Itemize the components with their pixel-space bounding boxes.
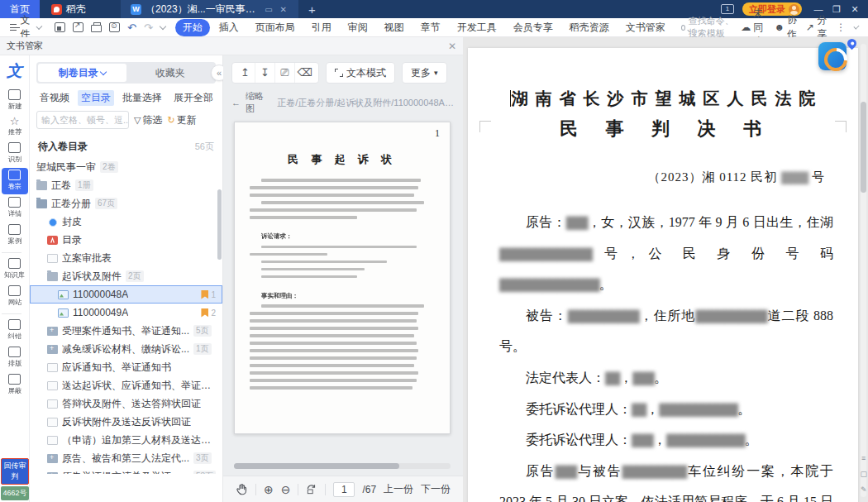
menu-开发工具[interactable]: 开发工具 — [450, 19, 504, 36]
tree-item[interactable]: 答辩状及附件、送达答辩状回证 — [30, 394, 222, 413]
rail-item-排版[interactable]: 排版 — [2, 345, 28, 371]
window-split-icon[interactable]: 1 — [721, 4, 734, 14]
rail-item-网站[interactable]: 网站 — [2, 284, 28, 310]
tree-item[interactable]: 原告举证提交清单及举证材...53页 — [30, 467, 222, 474]
menu-引用[interactable]: 引用 — [304, 19, 339, 36]
menu-文书管家[interactable]: 文书管家 — [618, 19, 673, 36]
download-icon[interactable]: ↧ — [255, 63, 275, 83]
assistant-icon[interactable] — [818, 42, 847, 70]
document-type-title: 民 事 判 决 书 — [499, 117, 833, 141]
assistant-widget[interactable] — [818, 42, 847, 70]
tree-item[interactable]: 应诉通知书、举证通知书 — [30, 358, 222, 376]
tree-item[interactable]: 目录 — [30, 231, 222, 249]
tab-document[interactable]: W （2023）湘...一审民事判决书 ▭ ✕ — [121, 0, 298, 18]
quick-link-音视频[interactable]: 音视频 — [36, 90, 73, 106]
print-icon[interactable]: ⎚ — [275, 63, 295, 83]
doc-icon — [47, 254, 58, 263]
tree-item[interactable]: 起诉状及附件2页 — [30, 267, 222, 285]
save-icon[interactable] — [55, 22, 65, 32]
update-button[interactable]: ↻更新 — [167, 113, 196, 127]
catalog-search-input[interactable]: 输入空格、顿号、逗... — [36, 111, 129, 129]
quick-link-展开全部[interactable]: 展开全部 — [170, 90, 217, 106]
tree-item[interactable]: 正卷1册 — [30, 176, 222, 194]
print-icon[interactable] — [91, 25, 102, 32]
tab-window-icon[interactable]: ▭ — [263, 5, 274, 14]
menu-会员专享[interactable]: 会员专享 — [506, 19, 560, 36]
scanned-page[interactable]: 1 民 事 起 诉 状 诉讼请求：事实和理由： — [234, 122, 451, 434]
scan-text-line — [250, 194, 414, 197]
menu-开始[interactable]: 开始 — [175, 19, 210, 36]
tab-docer[interactable]: 稻壳 — [40, 0, 98, 18]
tree-item[interactable]: 送达起诉状、应诉通知书、举证通... — [30, 376, 222, 394]
thumbnail-back-label[interactable]: 缩略图 — [246, 90, 272, 115]
menu-视图[interactable]: 视图 — [377, 19, 412, 36]
rail-item-屏蔽[interactable]: 屏蔽 — [2, 372, 28, 399]
rail-item-识别[interactable]: 识别 — [2, 141, 28, 167]
rail-item-详情[interactable]: 详情 — [2, 195, 28, 222]
rail-item-卷宗[interactable]: 卷宗 — [2, 168, 28, 194]
tree-item[interactable]: 反诉状附件及送达反诉状回证 — [30, 413, 222, 431]
rail-item-推荐[interactable]: ☆推荐 — [2, 115, 28, 140]
tree-item[interactable]: 原告、被告和第三人法定代...3页 — [30, 449, 222, 467]
tree-item[interactable]: 受理案件通知书、举证通知...5页 — [30, 322, 222, 340]
undo-icon[interactable]: ↶ — [127, 22, 136, 34]
zoom-out-icon[interactable]: ⊖ — [281, 484, 291, 495]
status-badge-case-number[interactable]: 4662号 — [1, 486, 29, 500]
tree-scrollbar[interactable] — [217, 189, 222, 260]
panel-close-icon[interactable]: ✕ — [448, 41, 456, 52]
next-file-button[interactable]: 下一份 — [421, 482, 451, 496]
document-page[interactable]: 湖南省长沙市望城区人民法院 民 事 判 决 书 （2023）湘 0112 民初 … — [468, 48, 858, 502]
tree-item[interactable]: 立案审批表 — [30, 249, 222, 267]
tab-favorites[interactable]: 收藏夹 — [126, 64, 215, 82]
tree-item[interactable]: 110000048A1 — [30, 285, 222, 304]
toolbar-expand-icon[interactable] — [160, 22, 166, 29]
filter-button[interactable]: ▽筛选 — [134, 113, 162, 127]
tool-icon[interactable]: ≡ — [861, 454, 866, 462]
upload-icon[interactable]: ↥ — [236, 63, 255, 83]
rail-item-label: 知识库 — [4, 270, 25, 280]
menu-插入[interactable]: 插入 — [212, 19, 246, 36]
tree-item[interactable]: 110000049A2 — [30, 304, 222, 322]
text-mode-button[interactable]: 文本模式 — [326, 62, 395, 84]
zoom-in-icon[interactable]: ⊕ — [264, 484, 274, 495]
tool-icon[interactable]: ✎ — [861, 485, 867, 494]
more-options-icon[interactable]: ⋮ — [836, 22, 846, 33]
pan-hand-icon[interactable] — [236, 483, 248, 495]
redacted-text: █████████ — [622, 466, 687, 478]
document-vscrollbar[interactable] — [861, 44, 866, 497]
menu-稻壳资源[interactable]: 稻壳资源 — [562, 19, 617, 36]
preview-hscrollbar[interactable] — [234, 463, 451, 469]
menu-审阅[interactable]: 审阅 — [341, 19, 375, 36]
rail-item-纠错[interactable]: 纠错 — [2, 318, 28, 344]
menu-页面布局[interactable]: 页面布局 — [248, 19, 303, 36]
more-button[interactable]: 更多▾ — [402, 62, 447, 84]
print-preview-icon[interactable] — [109, 22, 120, 32]
scan-text-line — [250, 186, 418, 189]
tree-item[interactable]: （申请）追加第三人材料及送达回证 — [30, 431, 222, 449]
tree-item[interactable]: 减免缓诉讼材料、缴纳诉讼...1页 — [30, 340, 222, 358]
rail-item-案例[interactable]: 案例 — [2, 222, 28, 249]
new-tab-button[interactable]: + — [298, 0, 326, 18]
back-arrow-icon[interactable]: ← — [231, 98, 241, 108]
quick-link-批量选择[interactable]: 批量选择 — [119, 90, 165, 106]
prev-file-button[interactable]: 上一份 — [384, 482, 413, 496]
tree-item[interactable]: 封皮 — [30, 213, 222, 231]
delete-icon[interactable]: ⌫ — [295, 63, 315, 83]
quick-link-空目录[interactable]: 空目录 — [78, 90, 114, 106]
tab-close-icon[interactable]: ✕ — [279, 5, 289, 14]
tree-item-label: 望城民事一审 — [36, 160, 96, 175]
tree-item[interactable]: 正卷分册67页 — [30, 194, 222, 213]
tree-item[interactable]: 望城民事一审2卷 — [30, 158, 222, 176]
status-badge-case-return[interactable]: 回传审判 — [1, 458, 29, 485]
rotate-icon[interactable] — [306, 484, 317, 495]
tool-icon[interactable]: ▢ — [860, 470, 867, 478]
menu-章节[interactable]: 章节 — [413, 19, 448, 36]
command-search[interactable]: 查找命令、搜索模板 — [681, 15, 737, 40]
export-icon[interactable] — [73, 22, 83, 32]
redo-icon[interactable]: ↷ — [144, 22, 153, 34]
page-number-input[interactable]: 1 — [333, 482, 355, 497]
tab-volume-catalog[interactable]: 制卷目录 — [38, 64, 126, 82]
ribbon-collapse-icon[interactable] — [854, 23, 860, 29]
rail-item-知识库[interactable]: 知识库 — [2, 256, 28, 283]
rail-item-新建[interactable]: 新建 — [2, 88, 28, 114]
